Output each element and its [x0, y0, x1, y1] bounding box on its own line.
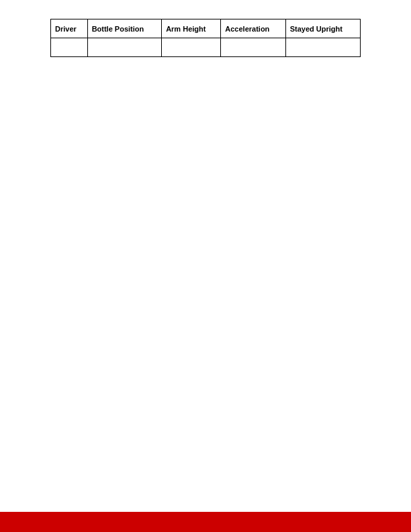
header-arm-height: Arm Height — [162, 19, 221, 38]
table-row — [51, 38, 361, 57]
footer-bar — [0, 512, 411, 532]
header-driver: Driver — [51, 19, 88, 38]
header-acceleration: Acceleration — [221, 19, 285, 38]
cell-arm-height — [162, 38, 221, 57]
page-content: Driver Bottle Position Arm Height Accele… — [0, 0, 411, 57]
cell-bottle-position — [87, 38, 162, 57]
cell-acceleration — [221, 38, 285, 57]
header-bottle-position: Bottle Position — [87, 19, 162, 38]
data-table: Driver Bottle Position Arm Height Accele… — [50, 19, 361, 57]
table-header-row: Driver Bottle Position Arm Height Accele… — [51, 19, 361, 38]
cell-stayed-upright — [285, 38, 360, 57]
cell-driver — [51, 38, 88, 57]
header-stayed-upright: Stayed Upright — [285, 19, 360, 38]
